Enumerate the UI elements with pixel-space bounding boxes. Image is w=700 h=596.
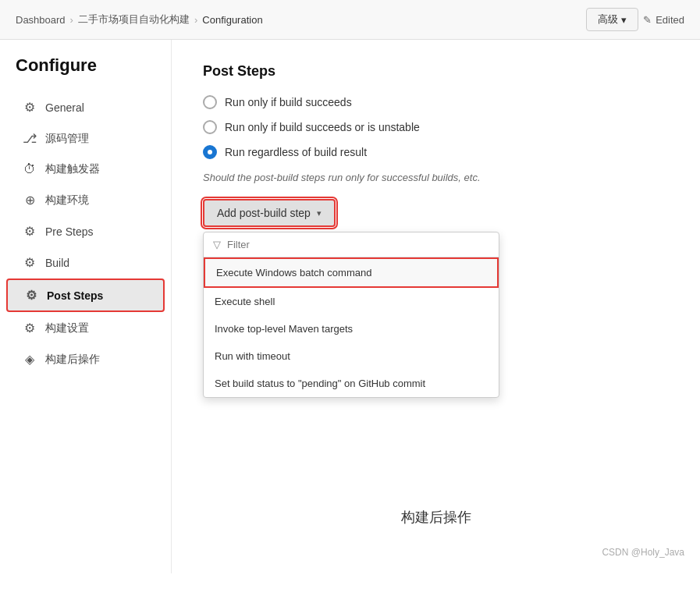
sidebar-item-build[interactable]: ⚙ Build: [6, 247, 165, 278]
bottom-label: 构建后操作: [401, 508, 471, 527]
edited-badge: ✎ Edited: [643, 14, 684, 26]
breadcrumb-project[interactable]: 二手市场项目自动化构建: [78, 12, 190, 27]
sidebar-item-source[interactable]: ⎇ 源码管理: [6, 123, 165, 154]
sidebar-item-label: Build: [45, 257, 69, 269]
sidebar-item-postbuild[interactable]: ◈ 构建后操作: [6, 344, 165, 374]
filter-label: Filter: [227, 239, 250, 250]
gear-icon-2: ⚙: [22, 224, 37, 239]
filter-icon: ▽: [213, 239, 221, 250]
sidebar-item-label: 构建后操作: [45, 353, 100, 367]
sidebar-item-settings[interactable]: ⚙ 构建设置: [6, 313, 165, 343]
radio-label-3: Run regardless of build result: [225, 146, 367, 158]
dropdown-item-windows-batch[interactable]: Execute Windows batch command: [204, 257, 499, 288]
gear-icon-3: ⚙: [22, 255, 37, 270]
add-step-dropdown-container: Add post-build step ▾ ▽ Filter Execute W…: [203, 199, 336, 227]
radio-circle-3: [203, 145, 217, 159]
section-title: Post Steps: [203, 63, 669, 80]
dropdown-item-maven[interactable]: Invoke top-level Maven targets: [204, 315, 499, 342]
watermark: CSDN @Holy_Java: [602, 547, 684, 558]
breadcrumb-sep-1: ›: [70, 14, 73, 26]
sidebar-item-trigger[interactable]: ⏱ 构建触发器: [6, 154, 165, 184]
sidebar-item-label: 源码管理: [45, 132, 89, 146]
dropdown-menu: ▽ Filter Execute Windows batch command E…: [203, 232, 499, 398]
edit-icon: ✎: [643, 14, 652, 26]
radio-run-unstable[interactable]: Run only if build succeeds or is unstabl…: [203, 120, 669, 134]
dropdown-filter-row: ▽ Filter: [204, 232, 499, 257]
sidebar: Configure ⚙ General ⎇ 源码管理 ⏱ 构建触发器 ⊕ 构建环…: [0, 40, 172, 573]
sidebar-item-label: Pre Steps: [45, 225, 93, 238]
sidebar-item-label: General: [45, 101, 84, 114]
sidebar-item-presteps[interactable]: ⚙ Pre Steps: [6, 216, 165, 247]
sidebar-item-label: Post Steps: [47, 289, 103, 302]
gaoji-button[interactable]: 高级 ▾: [586, 8, 638, 31]
dropdown-item-timeout[interactable]: Run with timeout: [204, 342, 499, 370]
radio-circle-1: [203, 95, 217, 109]
sidebar-item-label: 构建设置: [45, 321, 89, 335]
radio-circle-2: [203, 120, 217, 134]
radio-group: Run only if build succeeds Run only if b…: [203, 95, 669, 159]
breadcrumb: Dashboard › 二手市场项目自动化构建 › Configuration …: [0, 0, 700, 40]
gear-icon-4: ⚙: [23, 288, 39, 303]
add-step-label: Add post-build step: [217, 207, 311, 219]
gear-icon: ⚙: [22, 100, 37, 115]
gaoji-label: 高级: [598, 12, 618, 27]
globe-icon: ⊕: [22, 193, 37, 208]
radio-label-2: Run only if build succeeds or is unstabl…: [225, 121, 420, 133]
breadcrumb-current: Configuration: [202, 14, 262, 26]
gear-icon-5: ⚙: [22, 321, 37, 335]
sidebar-item-env[interactable]: ⊕ 构建环境: [6, 185, 165, 215]
radio-label-1: Run only if build succeeds: [225, 96, 352, 108]
sidebar-item-poststeps[interactable]: ⚙ Post Steps: [6, 278, 165, 312]
chevron-down-icon: ▾: [317, 208, 322, 218]
branch-icon: ⎇: [22, 131, 37, 146]
breadcrumb-dashboard[interactable]: Dashboard: [16, 14, 66, 26]
radio-run-always[interactable]: Run regardless of build result: [203, 145, 669, 159]
radio-run-success[interactable]: Run only if build succeeds: [203, 95, 669, 109]
add-post-build-step-button[interactable]: Add post-build step ▾: [203, 199, 336, 227]
sidebar-item-general[interactable]: ⚙ General: [6, 92, 165, 122]
breadcrumb-sep-2: ›: [194, 14, 197, 26]
sidebar-item-label: 构建触发器: [45, 162, 100, 176]
edited-label: Edited: [656, 14, 684, 26]
content-area: Post Steps Run only if build succeeds Ru…: [172, 40, 700, 573]
sidebar-title: Configure: [0, 55, 171, 91]
hint-text: Should the post-build steps run only for…: [203, 172, 669, 183]
sidebar-item-label: 构建环境: [45, 193, 89, 208]
dropdown-item-execute-shell[interactable]: Execute shell: [204, 288, 499, 315]
gaoji-arrow-icon: ▾: [621, 14, 627, 26]
dropdown-item-github[interactable]: Set build status to "pending" on GitHub …: [204, 370, 499, 397]
main-layout: Configure ⚙ General ⎇ 源码管理 ⏱ 构建触发器 ⊕ 构建环…: [0, 40, 700, 573]
clock-icon: ⏱: [22, 162, 37, 176]
diamond-icon: ◈: [22, 352, 37, 367]
